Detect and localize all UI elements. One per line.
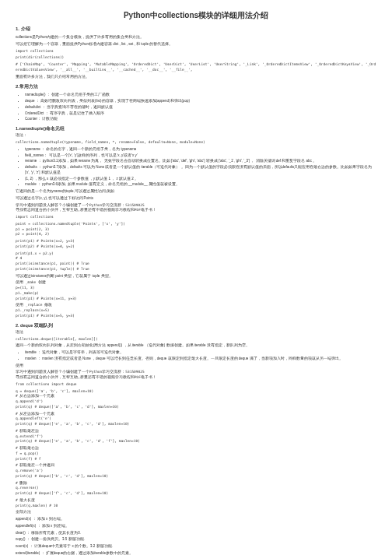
code-block: # 获取最左边 q.extend('f') print(q) # deque([… bbox=[16, 429, 376, 444]
code-block: print(p1.x + p2.y) # 4 print(isinstance(… bbox=[16, 251, 376, 272]
list-item: defaults ： python3.7添加，defaults 可以为 None… bbox=[25, 165, 376, 176]
deque-desc: 返回一个新的双向队列对象，从左到右初始化(用方法 append()) ，从 it… bbox=[16, 343, 376, 349]
list-item: namedtuple() ： 创建一个命名元组子类的工厂函数 bbox=[25, 93, 376, 98]
list-item: iterable ： 迭代对象，可以是字符串，列表等可迭代对象。 bbox=[25, 350, 376, 356]
syntax-label: 语法 bbox=[16, 330, 376, 335]
code-block: import collections bbox=[16, 215, 376, 220]
code-block: # 获取最右边 f = q.pop() print(f) # f bbox=[16, 446, 376, 462]
intro-p1: collections是Python内建的一个集合模块，提供了许多有用的集合类和… bbox=[16, 35, 376, 40]
tip-text: 学习中遇到问题没人解答？小编创建了一个Python学习交流群：531509025… bbox=[16, 203, 376, 214]
method-desc: appendleft(x) ： 添加 x 到左端。 bbox=[16, 524, 376, 529]
isinstance-desc: 可以通过isinstance判断 point 类型，它就属于 tuple 类型。 bbox=[16, 274, 376, 279]
code-block: 使用 _replace 修改 p1._replace(x=5) print(p1… bbox=[16, 303, 376, 318]
deque-syntax: collections.deque([iterable[, maxlen]]) bbox=[16, 337, 376, 342]
usage-label: 使用 bbox=[16, 364, 376, 369]
method-desc: clear() ： 移除所有元素，使其长度为0. bbox=[16, 531, 376, 536]
list-item: rename ： python3.1添加，如果 rename 为真， 无效字段名… bbox=[25, 159, 376, 164]
code-block: q = deque(['a', 'b', 'c'], maxlen=10) # … bbox=[16, 389, 376, 410]
method-desc: extend(iterable) ： 扩展deque的右侧，通过添加iterab… bbox=[16, 551, 376, 555]
meaning-label: 它返回的是一个名为tyname的tuple,可以通过属性访问,例如 bbox=[16, 189, 376, 195]
section-1-heading: 1. 介绍 bbox=[16, 26, 376, 33]
list-item: defaultdict ： 当字典查询不存在的键时，返回默认值 bbox=[25, 105, 376, 111]
intro-p2: 可以把它理解为一个容器，里面提供Python标准内建容器 dict , list… bbox=[16, 42, 376, 47]
code-output: # ['ChainMap', 'Counter', 'Mapping', 'Mu… bbox=[16, 62, 376, 73]
code-block: # 删除 q.reverse() print(q) # deque(['f', … bbox=[16, 481, 376, 497]
code-block: print(p1) # Points(x=2, y=3) print(p2) #… bbox=[16, 239, 376, 250]
intro-p3: 里面有许多方法，我们只介绍常用的方法。 bbox=[16, 75, 376, 80]
methods-list: namedtuple() ： 创建一个命名元组子类的工厂函数 deque ： 高… bbox=[25, 93, 376, 122]
list-item: OrderedDict ： 有序字典，就是记住了插入顺序 bbox=[25, 111, 376, 117]
list-item: typename ： 命名的名字，返回一个新的元组子类，名为 typename bbox=[25, 147, 376, 153]
deque-params: iterable ： 迭代对象，可以是字符串，列表等可迭代对象。 maxlen … bbox=[25, 350, 376, 362]
section-2-heading: 2.常用方法 bbox=[16, 83, 376, 90]
list-item: (1, 2) ，那么 x 就必须指定一个参数值 ，y 默认值 1 ， z 默认值… bbox=[25, 177, 376, 182]
code-block: # 从左边添加一个元素 q.appendleft('e') print(q) #… bbox=[16, 412, 376, 427]
code-block: from collections import deque bbox=[16, 382, 376, 388]
code-dir: print(dir(collections)) bbox=[16, 55, 376, 61]
method-desc: append(x) ： 添加 x 到右端。 bbox=[16, 517, 376, 522]
list-item: Counter： 计数功能 bbox=[25, 117, 376, 122]
list-item: module ： python3.6添加, 如果 module 值有定义，命名元… bbox=[25, 182, 376, 188]
code-block: # 最大长度 print(q.maxlen) # 10 bbox=[16, 498, 376, 509]
code-block: # 获取最左一个并返回 q.remove('a') print(q) # deq… bbox=[16, 463, 376, 479]
namedtuple-params: typename ： 命名的名字，返回一个新的元组子类，名为 typename … bbox=[25, 147, 376, 188]
code-import: import collections bbox=[16, 49, 376, 54]
tip-text: 学习中遇到问题没人解答？小编创建了一个Python学习交流群：531509025… bbox=[16, 370, 376, 381]
method-desc: count(x) ： 计算deque中元素等于 x 的个数。3.2 新版功能. bbox=[16, 544, 376, 550]
method-desc: copy() ： 创建一份浅拷贝。3.5 新版功能. bbox=[16, 537, 376, 543]
code-block: 使用 _make 创建 p=(11, 3) p1._make(p) print(… bbox=[16, 280, 376, 301]
namedtuple-heading: 1.namedtuple()命名元组 bbox=[16, 125, 376, 132]
list-item: maxlen ： maxlen 没有指定或者是 None ，deque 可以增长… bbox=[25, 357, 376, 362]
list-item: field_names： 可以是一个['x', 'y']这样的序列，也可以是'x… bbox=[25, 153, 376, 159]
syntax-label: 语法： bbox=[16, 133, 376, 139]
all-methods-label: 全部方法 bbox=[16, 510, 376, 515]
list-item: deque ： 高效增删改双向列表，类似列表(list)的容器，实现了在两端快速… bbox=[25, 99, 376, 104]
deque-heading: 2. deque 双端队列 bbox=[16, 322, 376, 328]
page-title: Python中collections模块的详细用法介绍 bbox=[16, 9, 376, 21]
code-block: point = collections.namedtuple('Points',… bbox=[16, 222, 376, 237]
namedtuple-desc: 可以通过名字(x, y), 也可以通过下标访问Points bbox=[16, 196, 376, 202]
namedtuple-syntax: collections.namedtuple(typename, field_n… bbox=[16, 140, 376, 146]
